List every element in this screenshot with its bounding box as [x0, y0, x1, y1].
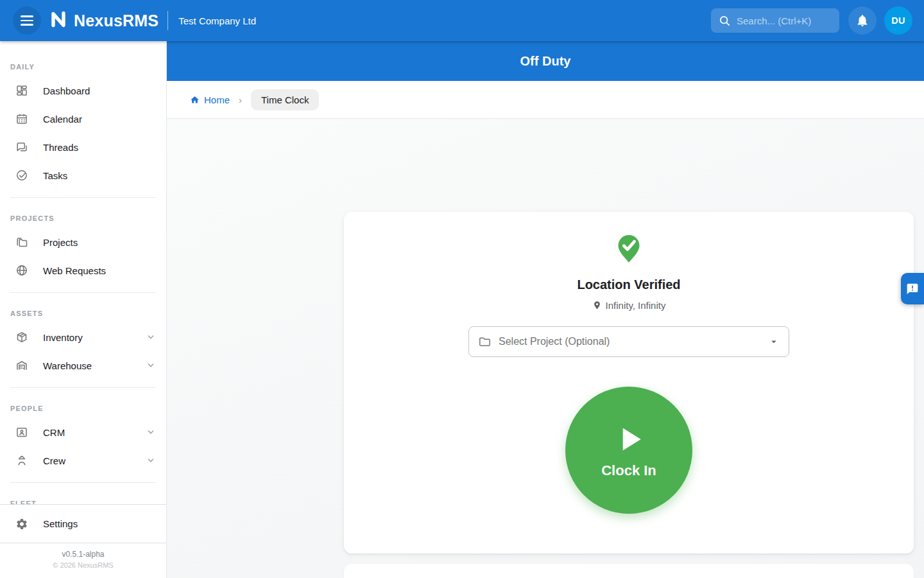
sidebar: DAILY Dashboard Calendar [0, 41, 167, 578]
sidebar-item-label: Projects [43, 237, 156, 248]
sidebar-item-label: Settings [43, 518, 156, 529]
sidebar-item-web-requests[interactable]: Web Requests [0, 256, 166, 285]
brand-title: NexusRMS [74, 12, 158, 30]
copyright: © 2026 NexusRMS [0, 561, 166, 569]
sidebar-item-label: Dashboard [43, 85, 156, 96]
appbar: NexusRMS Test Company Ltd DU [0, 0, 924, 41]
worker-icon [15, 454, 28, 467]
caret-down-icon [768, 336, 780, 347]
sidebar-item-label: CRM [43, 427, 146, 438]
project-select-dropdown[interactable]: Select Project (Optional) [468, 326, 789, 357]
location-status-title: Location Verified [344, 277, 914, 292]
appbar-divider [167, 11, 168, 30]
breadcrumb-home-link[interactable]: Home [190, 94, 230, 105]
section-label-assets: ASSETS [0, 301, 166, 323]
play-icon [611, 421, 647, 457]
nexusrms-logo-icon [47, 8, 69, 33]
calendar-icon [15, 112, 28, 125]
sidebar-divider [10, 482, 156, 483]
sidebar-item-label: Web Requests [43, 265, 156, 276]
todays-summary-card: Today's Summary [344, 564, 914, 578]
duty-status-text: Off Duty [520, 54, 571, 69]
breadcrumb: Home › Time Clock [167, 81, 924, 119]
sidebar-item-crm[interactable]: CRM [0, 418, 166, 446]
breadcrumb-separator: › [239, 94, 242, 105]
sidebar-item-threads[interactable]: Threads [0, 133, 166, 161]
chevron-down-icon [146, 455, 156, 466]
clock-in-label: Clock In [601, 462, 656, 479]
chevron-down-icon [146, 360, 156, 371]
sidebar-divider [10, 197, 156, 198]
project-select-placeholder: Select Project (Optional) [499, 336, 768, 347]
threads-icon [15, 141, 28, 153]
time-clock-card: Location Verified Infinity, Infinity Sel… [344, 212, 914, 554]
main-content: Off Duty Home › Time Clock Location Veri… [167, 41, 924, 578]
chevron-down-icon [146, 332, 156, 342]
sidebar-item-tasks[interactable]: Tasks [0, 161, 166, 189]
sidebar-divider [10, 387, 156, 388]
sidebar-footer: v0.5.1-alpha © 2026 NexusRMS [0, 543, 166, 578]
sidebar-item-label: Tasks [43, 170, 156, 181]
clock-in-button[interactable]: Clock In [565, 387, 692, 514]
sidebar-item-dashboard[interactable]: Dashboard [0, 76, 166, 105]
location-coordinates: Infinity, Infinity [344, 300, 914, 311]
sidebar-item-label: Warehouse [43, 360, 146, 371]
location-verified-pin-icon [614, 234, 644, 268]
menu-icon[interactable] [13, 6, 41, 35]
sidebar-item-crew[interactable]: Crew [0, 446, 166, 475]
sidebar-settings-panel: Settings [0, 504, 166, 543]
location-text: Infinity, Infinity [606, 300, 666, 311]
home-icon [190, 95, 200, 105]
sidebar-item-warehouse[interactable]: Warehouse [0, 351, 166, 380]
sidebar-item-inventory[interactable]: Inventory [0, 323, 166, 351]
dashboard-icon [15, 84, 28, 97]
warehouse-icon [15, 359, 28, 372]
globe-icon [15, 264, 28, 277]
sidebar-item-label: Crew [43, 455, 146, 466]
notifications-bell-icon[interactable] [848, 6, 877, 35]
location-pin-icon [592, 301, 602, 310]
search-input[interactable] [737, 15, 832, 26]
inventory-box-icon [15, 331, 28, 344]
folder-icon [15, 236, 28, 249]
page-content: Location Verified Infinity, Infinity Sel… [167, 119, 924, 578]
contact-card-icon [15, 426, 28, 439]
tasks-icon [15, 169, 28, 182]
app-version: v0.5.1-alpha [0, 550, 166, 559]
sidebar-nav: DAILY Dashboard Calendar [0, 41, 166, 504]
search-icon [719, 15, 731, 27]
feedback-icon [906, 283, 919, 295]
section-label-daily: DAILY [0, 54, 166, 76]
duty-status-banner: Off Duty [167, 41, 924, 81]
breadcrumb-home-label: Home [204, 94, 230, 105]
gear-icon [15, 518, 28, 530]
sidebar-item-projects[interactable]: Projects [0, 228, 166, 256]
sidebar-item-label: Inventory [43, 332, 146, 343]
breadcrumb-current: Time Clock [251, 89, 319, 110]
section-label-fleet: FLEET [0, 491, 166, 504]
global-search[interactable] [711, 8, 839, 33]
company-name: Test Company Ltd [178, 15, 256, 26]
feedback-tab-button[interactable] [901, 273, 924, 304]
sidebar-divider [10, 292, 156, 293]
sidebar-item-label: Calendar [43, 114, 156, 125]
chevron-down-icon [146, 427, 156, 437]
folder-icon [478, 335, 491, 348]
sidebar-item-label: Threads [43, 142, 156, 153]
section-label-projects: PROJECTS [0, 206, 166, 228]
sidebar-item-settings[interactable]: Settings [0, 510, 166, 538]
user-avatar[interactable]: DU [884, 6, 912, 35]
section-label-people: PEOPLE [0, 396, 166, 418]
sidebar-item-calendar[interactable]: Calendar [0, 105, 166, 133]
